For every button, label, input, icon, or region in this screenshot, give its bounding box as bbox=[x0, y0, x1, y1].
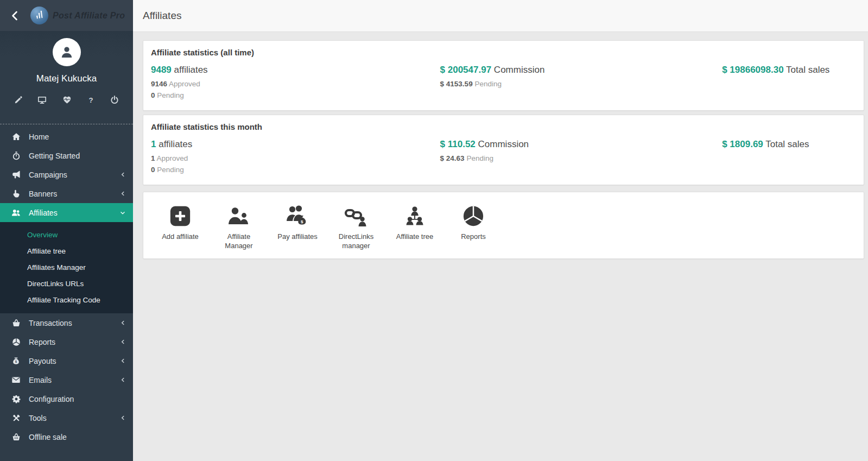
user-name: Matej Kukucka bbox=[0, 73, 133, 84]
commission-stat: $ 110.52 Commission $ 24.63 Pending bbox=[440, 139, 723, 175]
chevron-left-icon bbox=[120, 339, 125, 345]
submenu-item-directlinks-urls[interactable]: DirectLinks URLs bbox=[0, 276, 133, 292]
chevron-left-icon bbox=[120, 320, 125, 326]
sidebar-item-label: Getting Started bbox=[29, 151, 125, 160]
pending-label: Pending bbox=[157, 91, 184, 99]
sidebar-item-label: Banners bbox=[29, 190, 120, 198]
commission-label: Commission bbox=[494, 65, 545, 75]
chevron-left-icon bbox=[120, 172, 125, 178]
commission-label: Commission bbox=[478, 139, 529, 149]
approved-label: Approved bbox=[169, 80, 200, 88]
sidebar-header: Post Affiliate Pro bbox=[0, 0, 133, 31]
sidebar-item-label: Transactions bbox=[29, 319, 120, 327]
sidebar-item-label: Offline sale bbox=[29, 433, 125, 441]
affiliates-stat: 9489 affiliates 9146 Approved 0 Pending bbox=[151, 65, 440, 101]
sidebar-item-emails[interactable]: Emails bbox=[0, 370, 133, 389]
affiliate-manager-icon bbox=[227, 203, 251, 228]
add-affiliate-icon bbox=[169, 203, 192, 228]
pay-affiliates-icon: $ bbox=[286, 203, 309, 228]
sidebar-item-configuration[interactable]: Configuration bbox=[0, 389, 133, 408]
total-sales-amount: $ 1809.69 bbox=[722, 139, 763, 149]
pending-commission-amount: $ 24.63 bbox=[440, 154, 465, 162]
pay-affiliates-button[interactable]: $ Pay affiliates bbox=[268, 203, 327, 250]
shortcut-label: DirectLinks manager bbox=[331, 232, 381, 250]
stopwatch-icon bbox=[11, 151, 21, 160]
commission-stat: $ 200547.97 Commission $ 4153.59 Pending bbox=[440, 65, 723, 101]
shortcut-label: Affiliate Manager bbox=[214, 232, 264, 250]
submenu-item-overview[interactable]: Overview bbox=[0, 227, 133, 243]
main-body: Affiliate statistics (all time) 9489 aff… bbox=[133, 32, 868, 461]
sidebar-item-offline-sale[interactable]: Offline sale bbox=[0, 427, 133, 446]
pencil-icon[interactable] bbox=[14, 96, 22, 104]
affiliate-manager-button[interactable]: Affiliate Manager bbox=[210, 203, 268, 250]
sidebar-item-campaigns[interactable]: Campaigns bbox=[0, 165, 133, 184]
sidebar-item-home[interactable]: Home bbox=[0, 127, 133, 146]
back-icon[interactable] bbox=[0, 10, 30, 21]
card-title: Affiliate statistics this month bbox=[151, 122, 856, 131]
commission-amount: $ 110.52 bbox=[440, 139, 476, 149]
sidebar-item-label: Emails bbox=[29, 376, 120, 384]
submenu-item-affiliates-manager[interactable]: Affiliates Manager bbox=[0, 260, 133, 276]
tools-icon bbox=[11, 413, 21, 422]
affiliates-stat: 1 affiliates 1 Approved 0 Pending bbox=[151, 139, 440, 175]
chevron-left-icon bbox=[120, 191, 125, 197]
add-affiliate-button[interactable]: Add affiliate bbox=[151, 203, 210, 250]
pending-commission-label: Pending bbox=[466, 154, 493, 162]
affiliate-tree-button[interactable]: Affiliate tree bbox=[385, 203, 444, 250]
pending-commission-amount: $ 4153.59 bbox=[440, 80, 473, 88]
sidebar-item-payouts[interactable]: $ Payouts bbox=[0, 351, 133, 370]
main-area: Affiliates Affiliate statistics (all tim… bbox=[133, 0, 868, 461]
shortcut-label: Pay affiliates bbox=[277, 232, 317, 241]
directlinks-manager-button[interactable]: DirectLinks manager bbox=[327, 203, 385, 250]
pending-count: 0 bbox=[151, 166, 155, 174]
chevron-left-icon bbox=[120, 415, 125, 421]
submenu-item-affiliate-tracking-code[interactable]: Affiliate Tracking Code bbox=[0, 292, 133, 308]
sidebar-item-reports[interactable]: Reports bbox=[0, 332, 133, 351]
sidebar-item-label: Configuration bbox=[29, 395, 125, 403]
chevron-left-icon bbox=[120, 358, 125, 364]
brand-logo[interactable]: Post Affiliate Pro bbox=[30, 7, 125, 24]
envelope-icon bbox=[11, 375, 21, 384]
shortcuts-card: Add affiliate Affiliate Manager $ Pay af… bbox=[143, 192, 864, 259]
hand-pointer-icon bbox=[11, 189, 21, 198]
total-sales-label: Total sales bbox=[765, 139, 809, 149]
sidebar-item-transactions[interactable]: Transactions bbox=[0, 313, 133, 332]
home-icon bbox=[11, 132, 21, 141]
power-icon[interactable] bbox=[110, 96, 119, 104]
sidebar-item-banners[interactable]: Banners bbox=[0, 184, 133, 203]
page-title: Affiliates bbox=[143, 10, 181, 22]
card-title: Affiliate statistics (all time) bbox=[151, 48, 856, 57]
total-sales-stat: $ 19866098.30 Total sales bbox=[722, 65, 856, 101]
approved-count: 1 bbox=[151, 154, 155, 162]
shortcut-label: Add affiliate bbox=[162, 232, 199, 241]
sidebar-menu: Home Getting Started Campaigns Banners bbox=[0, 124, 133, 446]
brand-name: Post Affiliate Pro bbox=[53, 11, 125, 21]
cart-icon bbox=[11, 432, 21, 441]
monitor-icon[interactable] bbox=[37, 96, 47, 104]
help-icon[interactable]: ? bbox=[87, 96, 95, 104]
affiliates-label: affiliates bbox=[159, 139, 192, 149]
basket-icon bbox=[11, 318, 21, 327]
sidebar-item-getting-started[interactable]: Getting Started bbox=[0, 146, 133, 165]
sidebar-item-affiliates[interactable]: Affiliates bbox=[0, 203, 133, 222]
sidebar-item-label: Affiliates bbox=[29, 209, 120, 217]
avatar[interactable] bbox=[53, 38, 81, 66]
heartbeat-icon[interactable] bbox=[62, 96, 72, 104]
money-bag-icon: $ bbox=[11, 356, 21, 365]
pending-label: Pending bbox=[157, 166, 184, 174]
quick-actions: ? bbox=[0, 96, 133, 104]
sidebar: Post Affiliate Pro Matej Kukucka ? bbox=[0, 0, 133, 461]
page-header: Affiliates bbox=[133, 0, 868, 32]
shortcut-label: Affiliate tree bbox=[396, 232, 433, 241]
sidebar-item-label: Tools bbox=[29, 414, 120, 422]
chevron-down-icon bbox=[120, 211, 125, 215]
affiliate-tree-icon bbox=[403, 203, 427, 228]
approved-label: Approved bbox=[157, 154, 188, 162]
reports-icon bbox=[462, 203, 485, 228]
reports-button[interactable]: Reports bbox=[444, 203, 503, 250]
affiliates-label: affiliates bbox=[174, 65, 208, 75]
chevron-left-icon bbox=[120, 377, 125, 383]
submenu-item-affiliate-tree[interactable]: Affiliate tree bbox=[0, 243, 133, 260]
sidebar-item-tools[interactable]: Tools bbox=[0, 408, 133, 427]
directlinks-manager-icon bbox=[344, 203, 368, 228]
